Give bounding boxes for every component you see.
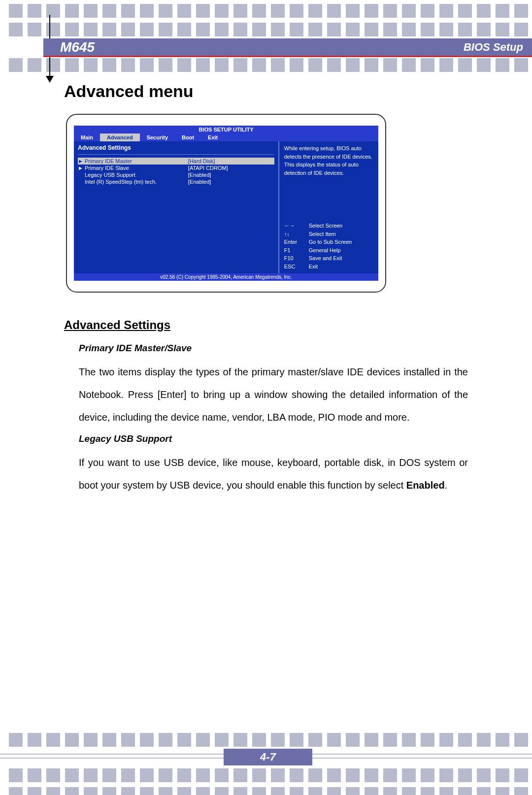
bios-row-label: Legacy USB Support — [85, 172, 188, 178]
bios-tab-security[interactable]: Security — [140, 133, 175, 141]
bios-key-desc: Save and Exit — [309, 254, 342, 263]
subsection-title-usb: Legacy USB Support — [79, 433, 468, 444]
bios-row-label: Primary IDE Master — [85, 158, 188, 164]
model-label: M645 — [60, 39, 95, 55]
bios-key-desc: Select Screen — [309, 222, 342, 230]
bios-setting-row[interactable]: ►Primary IDE Slave[ATAPI CDROM] — [78, 165, 274, 171]
bios-key-row: EnterGo to Sub Screen — [284, 238, 373, 246]
deco-row — [0, 58, 532, 78]
bios-setting-row[interactable]: ►Primary IDE Master[Hard Disk] — [78, 158, 274, 165]
bios-key: ↑↓ — [284, 230, 304, 238]
bios-right-panel: While entering setup, BIOS auto detects … — [279, 141, 378, 273]
bios-left-title: Advanced Settings — [78, 143, 274, 155]
bios-row-value: [Enabled] — [188, 172, 274, 178]
bios-key-row: ←→Select Screen — [284, 222, 373, 230]
subsection-title-ide: Primary IDE Master/Slave — [79, 343, 468, 354]
bios-screen: BIOS SETUP UTILITY MainAdvancedSecurityB… — [74, 126, 378, 281]
bios-key-row: F1General Help — [284, 246, 373, 255]
subsection-body-ide: The two items display the types of the p… — [79, 361, 468, 429]
bios-key-desc: Exit — [309, 263, 318, 271]
bios-row-label: Primary IDE Slave — [85, 165, 188, 171]
page-content: Advanced menu BIOS SETUP UTILITY MainAdv… — [64, 82, 468, 497]
page-title: Advanced menu — [64, 82, 468, 101]
submenu-arrow-icon — [78, 179, 85, 185]
bios-key-row: ESCExit — [284, 263, 373, 271]
page-number: 4-7 — [224, 749, 312, 765]
body-bold: Enabled — [406, 480, 445, 491]
deco-row — [0, 768, 532, 788]
bios-left-panel: Advanced Settings ►Primary IDE Master[Ha… — [74, 141, 279, 273]
bios-footer: v02.56 (C) Copyright 1985-2004, American… — [74, 273, 378, 281]
bios-tabs: MainAdvancedSecurityBootExit — [74, 133, 378, 141]
bios-body: Advanced Settings ►Primary IDE Master[Ha… — [74, 141, 378, 273]
bios-row-value: [Hard Disk] — [188, 158, 274, 164]
deco-row — [0, 4, 532, 24]
bios-key: Enter — [284, 238, 304, 246]
bios-key-row: F10Save and Exit — [284, 254, 373, 263]
bios-title: BIOS SETUP UTILITY — [74, 126, 378, 133]
submenu-arrow-icon: ► — [78, 165, 85, 171]
bios-key: F1 — [284, 246, 304, 255]
submenu-arrow-icon — [78, 172, 85, 178]
bios-setting-row[interactable]: Legacy USB Support[Enabled] — [78, 171, 274, 178]
bios-key: ←→ — [284, 222, 304, 230]
bios-row-label: Intel (R) SpeedStep (tm) tech. — [85, 179, 188, 185]
bios-help-text: While entering setup, BIOS auto detects … — [284, 144, 373, 177]
subsection-body-usb: If you want to use USB device, like mous… — [79, 451, 468, 497]
bios-tab-boot[interactable]: Boot — [175, 133, 201, 141]
body-text: . — [445, 480, 448, 491]
bios-key-desc: Go to Sub Screen — [309, 238, 352, 246]
bios-key: ESC — [284, 263, 304, 271]
bios-key: F10 — [284, 254, 304, 263]
bios-tab-main[interactable]: Main — [74, 133, 100, 141]
section-label: BIOS Setup — [464, 41, 523, 54]
bios-row-value: [Enabled] — [188, 179, 274, 185]
section-heading: Advanced Settings — [64, 318, 468, 332]
bios-key-desc: Select Item — [309, 230, 336, 238]
bios-tab-exit[interactable]: Exit — [201, 133, 225, 141]
submenu-arrow-icon: ► — [78, 158, 85, 164]
bios-help-keys: ←→Select Screen↑↓Select ItemEnterGo to S… — [284, 222, 373, 270]
page-header: M645 BIOS Setup — [43, 38, 532, 57]
down-arrow-icon — [46, 76, 54, 83]
bios-setting-row[interactable]: Intel (R) SpeedStep (tm) tech.[Enabled] — [78, 178, 274, 185]
bios-key-row: ↑↓Select Item — [284, 230, 373, 238]
bios-row-value: [ATAPI CDROM] — [188, 165, 274, 171]
bios-key-desc: General Help — [309, 246, 341, 255]
bios-tab-advanced[interactable]: Advanced — [100, 133, 140, 141]
bios-screenshot-frame: BIOS SETUP UTILITY MainAdvancedSecurityB… — [66, 114, 386, 293]
deco-row — [0, 787, 532, 795]
